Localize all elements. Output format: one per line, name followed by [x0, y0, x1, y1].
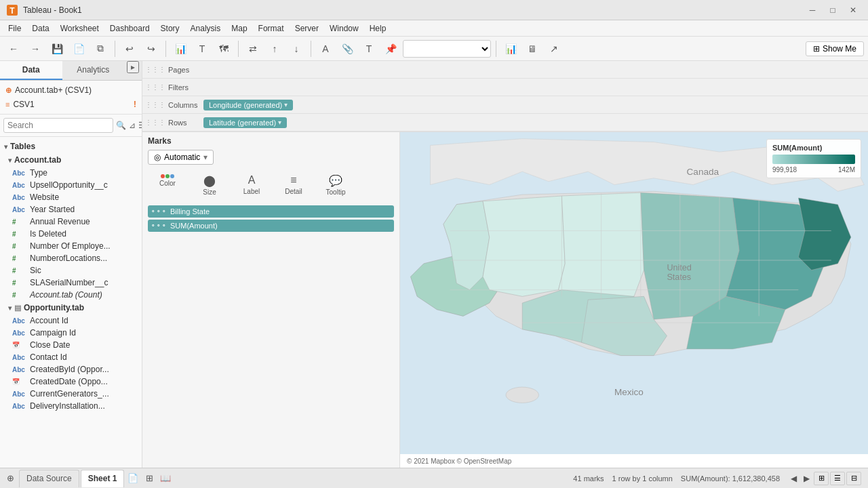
detail-button[interactable]: ≡ Detail — [274, 170, 313, 200]
tooltip-button[interactable]: 💬 Tooltip — [316, 170, 355, 200]
tooltip-icon: 💬 — [329, 174, 342, 187]
status-view-map[interactable]: ⊟ — [846, 472, 861, 485]
svg-text:States: States — [667, 272, 691, 282]
present-button[interactable]: 📊 — [501, 39, 520, 58]
new-dashboard-button[interactable]: ⊞ — [142, 471, 157, 486]
panel-expand-button[interactable]: ▸ — [127, 61, 139, 73]
opportunity-tab-group[interactable]: ▾ ▤ Opportunity.tab — [0, 301, 142, 314]
menu-item-format[interactable]: Format — [253, 22, 290, 35]
field-year-started[interactable]: Abc Year Started — [0, 203, 142, 216]
field-type[interactable]: Abc Type — [0, 167, 142, 179]
field-created-date[interactable]: 📅 CreatedDate (Oppo... — [0, 375, 142, 388]
field-count-name: Account.tab (Count) — [30, 290, 102, 300]
rows-pill-close[interactable]: ▾ — [278, 119, 281, 126]
tab-data-source[interactable]: Data Source — [19, 470, 79, 487]
pin-button[interactable]: 📌 — [381, 39, 400, 58]
search-input[interactable] — [3, 118, 113, 133]
save-button[interactable]: 💾 — [47, 39, 66, 58]
sum-amount-pill[interactable]: ⚬⚬⚬ SUM(Amount) — [148, 220, 394, 232]
billing-state-pill[interactable]: ⚬⚬⚬ Billing State — [148, 205, 394, 218]
filter-icon[interactable]: ⊿ — [129, 119, 136, 131]
tables-header[interactable]: ▾ Tables — [0, 140, 142, 153]
field-website[interactable]: Abc Website — [0, 191, 142, 203]
menu-item-server[interactable]: Server — [290, 22, 324, 35]
field-close-date[interactable]: 📅 Close Date — [0, 339, 142, 351]
field-num-employees[interactable]: # Number Of Employe... — [0, 240, 142, 252]
back-button[interactable]: ← — [4, 39, 23, 58]
menu-item-story[interactable]: Story — [155, 22, 185, 35]
field-campaign-id[interactable]: Abc Campaign Id — [0, 327, 142, 339]
menu-item-help[interactable]: Help — [364, 22, 392, 35]
new-button[interactable]: 📄 — [69, 39, 88, 58]
label-button-marks[interactable]: A Label — [232, 170, 271, 200]
menu-item-worksheet[interactable]: Worksheet — [55, 22, 104, 35]
add-sheet-button[interactable]: ⊕ — [3, 471, 18, 486]
marks-type-select[interactable]: ◎ Automatic ▾ — [148, 150, 214, 165]
data-source-item[interactable]: ⊕ Account.tab+ (CSV1) — [3, 83, 139, 97]
close-button[interactable]: ✕ — [844, 3, 863, 17]
account-tab-group[interactable]: ▾ Account.tab — [0, 153, 142, 167]
minimize-button[interactable]: ─ — [803, 3, 822, 17]
dot-blue — [170, 174, 174, 178]
status-nav-next[interactable]: ▶ — [801, 472, 812, 485]
swap-button[interactable]: ⇄ — [243, 39, 262, 58]
columns-pill-close[interactable]: ▾ — [284, 101, 288, 108]
data-sources-section: ⊕ Account.tab+ (CSV1) ≡ CSV1 ! — [0, 81, 142, 115]
text-button[interactable]: T — [193, 39, 212, 58]
duplicate-button[interactable]: ⧉ — [91, 39, 110, 58]
viz-button[interactable]: 📊 — [171, 39, 190, 58]
menu-item-dashboard[interactable]: Dashboard — [104, 22, 155, 35]
menu-item-data[interactable]: Data — [26, 22, 54, 35]
forward-button[interactable]: → — [26, 39, 45, 58]
data-source-name-2: CSV1 — [13, 100, 130, 109]
field-closedate-icon: 📅 — [12, 342, 27, 348]
field-num-locations[interactable]: # NumberofLocations... — [0, 252, 142, 264]
menu-item-analysis[interactable]: Analysis — [185, 22, 226, 35]
field-current-generators[interactable]: Abc CurrentGenerators_... — [0, 388, 142, 400]
sort-desc-button[interactable]: ↓ — [287, 39, 306, 58]
field-upsell[interactable]: Abc UpsellOpportunity__c — [0, 179, 142, 191]
field-created-by-id[interactable]: Abc CreatedById (Oppor... — [0, 363, 142, 375]
detail-label: Detail — [285, 188, 302, 195]
share-button[interactable]: ↗ — [545, 39, 564, 58]
rows-pill[interactable]: Latitude (generated) ▾ — [203, 117, 287, 128]
new-sheet-button[interactable]: 📄 — [125, 471, 140, 486]
menu-item-window[interactable]: Window — [324, 22, 364, 35]
field-contact-id[interactable]: Abc Contact Id — [0, 351, 142, 363]
columns-pill[interactable]: Longitude (generated) ▾ — [203, 100, 293, 110]
status-view-grid[interactable]: ⊞ — [814, 472, 829, 485]
color-button[interactable]: Color — [148, 170, 187, 200]
tab-data[interactable]: Data — [0, 61, 62, 80]
marks-type-row: ◎ Automatic ▾ — [148, 150, 394, 165]
search-icon[interactable]: 🔍 — [116, 119, 126, 131]
menu-item-file[interactable]: File — [3, 22, 26, 35]
tab-sheet-1[interactable]: Sheet 1 — [81, 470, 125, 487]
status-nav-prev[interactable]: ◀ — [788, 472, 800, 485]
menu-item-map[interactable]: Map — [226, 22, 252, 35]
field-account-count[interactable]: # Account.tab (Count) — [0, 289, 142, 301]
device-button[interactable]: 🖥 — [523, 39, 542, 58]
field-sic[interactable]: # Sic — [0, 264, 142, 277]
label-button[interactable]: T — [359, 39, 378, 58]
pages-label: ⋮⋮⋮ Pages — [145, 66, 199, 74]
annotate-button[interactable]: 📎 — [338, 39, 357, 58]
sort-asc-button[interactable]: ↑ — [265, 39, 284, 58]
redo-button[interactable]: ↪ — [142, 39, 161, 58]
field-upsell-icon: Abc — [12, 182, 27, 189]
field-sla-serial[interactable]: # SLASerialNumber__c — [0, 277, 142, 289]
field-is-deleted[interactable]: # Is Deleted — [0, 228, 142, 240]
map-button[interactable]: 🗺 — [214, 39, 233, 58]
highlight-button[interactable]: A — [316, 39, 335, 58]
field-delivery-installation[interactable]: Abc DeliveryInstallation... — [0, 400, 142, 412]
viz-type-dropdown[interactable] — [403, 40, 491, 58]
field-account-id[interactable]: Abc Account Id — [0, 314, 142, 327]
status-view-list[interactable]: ☰ — [830, 472, 845, 485]
undo-button[interactable]: ↩ — [120, 39, 139, 58]
size-button[interactable]: ⬤ Size — [190, 170, 229, 200]
data-source-item-2[interactable]: ≡ CSV1 ! — [3, 97, 139, 111]
tab-analytics[interactable]: Analytics — [62, 61, 125, 80]
maximize-button[interactable]: □ — [823, 3, 842, 17]
field-annual-revenue[interactable]: # Annual Revenue — [0, 216, 142, 228]
new-story-button[interactable]: 📖 — [158, 471, 173, 486]
show-me-button[interactable]: ⊞ Show Me — [806, 41, 864, 56]
